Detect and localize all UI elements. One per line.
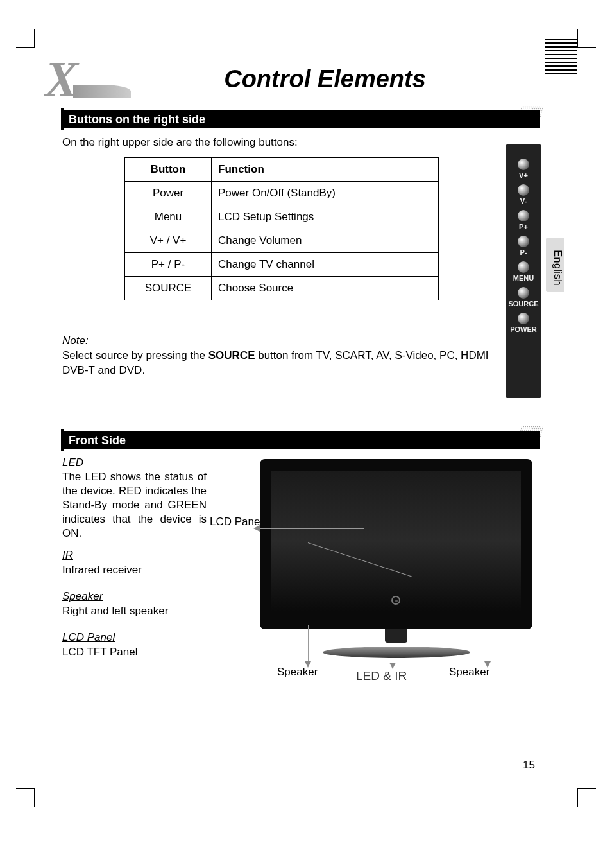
callout-line [393,628,393,665]
arrow-down-icon [389,663,396,669]
callout-line [259,528,364,529]
diagram-label-led-ir: LED & IR [356,669,407,683]
section-heading-buttons: Buttons on the right side [62,110,540,128]
panel-button-icon [518,236,529,247]
speaker-heading: Speaker [62,590,103,603]
diagram-label-speaker-right: Speaker [449,666,489,679]
table-row: SOURCEChoose Source [125,277,439,300]
tv-diagram [260,459,532,658]
diagram-label-speaker-left: Speaker [277,666,318,679]
buttons-table: Button Function PowerPower On/Off (Stand… [124,157,439,300]
table-row: P+ / P-Change TV channel [125,253,439,277]
ir-sensor-icon [391,596,400,605]
section-heading-front: Front Side [62,431,540,449]
language-tab: English [546,238,564,292]
crop-mark [16,788,35,807]
panel-label: P+ [519,223,528,230]
page-number: 15 [523,759,535,772]
crop-mark [577,29,596,48]
arrow-left-icon [253,525,260,532]
panel-label: POWER [510,326,537,333]
ir-heading: IR [62,549,73,562]
panel-label: P- [520,248,527,256]
intro-text: On the right upper side are the followin… [62,136,298,149]
panel-label: SOURCE [508,300,538,308]
ir-text: Infrared receiver [62,563,255,577]
crop-mark [16,29,35,48]
panel-label: V+ [519,171,528,179]
lcd-heading: LCD Panel [62,631,115,644]
table-row: V+ / V+Change Volumen [125,229,439,253]
panel-button-icon [518,210,529,221]
led-heading: LED [62,456,83,469]
note-bold: SOURCE [208,349,255,361]
panel-button-icon [518,184,529,196]
callout-line [488,626,488,664]
led-text: The LED shows the status of the device. … [62,470,207,541]
page-header: X Control Elements [45,59,545,99]
registration-lines [545,39,577,77]
lcd-text: LCD TFT Panel [62,645,255,659]
table-row: PowerPower On/Off (StandBy) [125,182,439,205]
crop-mark [577,788,596,807]
panel-button-icon [518,313,529,324]
note-label: Note: [62,334,89,347]
panel-label: MENU [513,274,534,282]
panel-button-icon [518,159,529,170]
page-title: Control Elements [131,65,545,93]
panel-button-icon [518,287,529,299]
note-block: Note: Select source by pressing the SOUR… [62,334,498,378]
side-button-panel: V+ V- P+ P- MENU SOURCE POWER [506,144,541,398]
note-pre: Select source by pressing the [62,349,208,361]
panel-label: V- [520,197,527,205]
table-row: MenuLCD Setup Settings [125,205,439,229]
th-button: Button [125,158,212,182]
tv-stand-icon [323,647,470,658]
swoosh-icon [73,85,131,98]
callout-line [308,625,309,664]
panel-button-icon [518,261,529,273]
speaker-text: Right and left speaker [62,604,255,618]
th-function: Function [212,158,439,182]
